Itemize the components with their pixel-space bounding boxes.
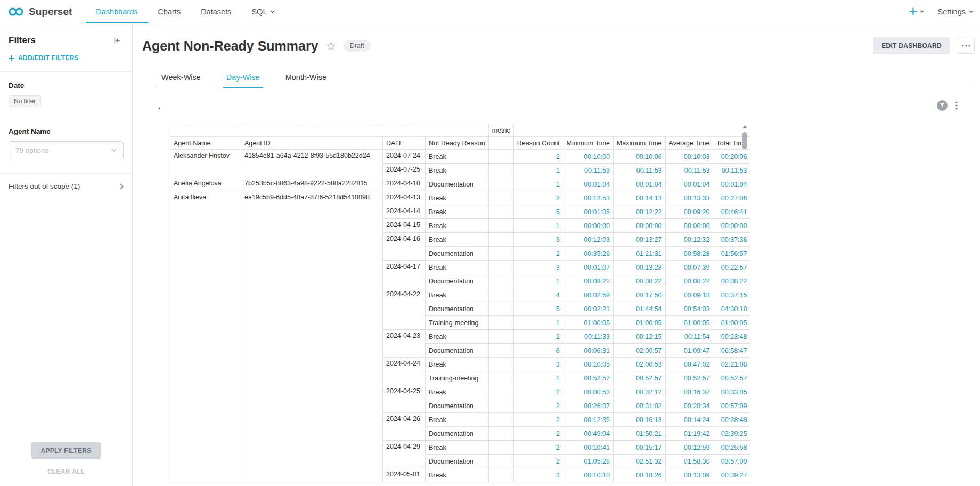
metric-value-cell[interactable]: 01:00:05: [665, 316, 713, 330]
metric-value-cell[interactable]: 00:12:15: [613, 330, 665, 344]
metric-value-cell[interactable]: 00:31:02: [613, 399, 665, 413]
metric-value-cell[interactable]: 3: [513, 358, 563, 371]
metric-value-cell[interactable]: 01:21:31: [613, 247, 665, 261]
metric-value-cell[interactable]: 00:13:27: [613, 233, 665, 247]
metric-value-cell[interactable]: 00:10:06: [613, 150, 665, 164]
metric-value-cell[interactable]: 00:49:04: [563, 427, 613, 441]
metric-value-cell[interactable]: 01:19:42: [665, 427, 713, 441]
metric-value-cell[interactable]: 00:01:05: [563, 205, 613, 219]
metric-value-cell[interactable]: 00:07:39: [665, 261, 713, 274]
nav-item-datasets[interactable]: Datasets: [191, 0, 241, 23]
table-scrollbar[interactable]: [741, 124, 748, 469]
metric-value-cell[interactable]: 00:12:32: [665, 233, 713, 247]
column-header[interactable]: DATE: [383, 137, 426, 150]
metric-value-cell[interactable]: 00:02:21: [563, 302, 613, 316]
metric-value-cell[interactable]: 5: [513, 302, 563, 316]
metric-value-cell[interactable]: 2: [513, 427, 563, 441]
metric-value-cell[interactable]: 01:00:05: [613, 316, 665, 330]
metric-value-cell[interactable]: 02:51:32: [613, 455, 665, 468]
metric-value-cell[interactable]: 3: [513, 233, 563, 247]
metric-value-cell[interactable]: 00:11:53: [665, 164, 713, 177]
metric-value-cell[interactable]: 00:10:03: [665, 150, 713, 164]
metric-value-cell[interactable]: 01:44:54: [613, 302, 665, 316]
metric-value-cell[interactable]: 2: [513, 441, 563, 455]
metric-column-header[interactable]: Reason Count: [513, 137, 563, 150]
metric-value-cell[interactable]: 00:11:53: [563, 164, 613, 177]
metric-value-cell[interactable]: 00:10:00: [563, 150, 613, 164]
metric-value-cell[interactable]: 00:52:57: [665, 371, 713, 385]
metric-value-cell[interactable]: 00:09:18: [665, 288, 713, 302]
metric-value-cell[interactable]: 00:01:04: [563, 177, 613, 191]
metric-value-cell[interactable]: 1: [513, 219, 563, 233]
chart-menu-kebab-icon[interactable]: [956, 101, 958, 110]
tab-month-wise[interactable]: Month-Wise: [285, 66, 326, 88]
metric-value-cell[interactable]: 2: [513, 385, 563, 399]
metric-column-header[interactable]: Maximum Time: [613, 137, 665, 150]
metric-column-header[interactable]: Minimum Time: [563, 137, 613, 150]
nav-item-charts[interactable]: Charts: [148, 0, 191, 23]
metric-value-cell[interactable]: 1: [513, 316, 563, 330]
metric-value-cell[interactable]: 00:00:00: [613, 219, 665, 233]
metric-value-cell[interactable]: 01:09:47: [665, 344, 713, 358]
metric-value-cell[interactable]: 2: [513, 413, 563, 427]
new-item-button[interactable]: [909, 7, 924, 15]
metric-value-cell[interactable]: 2: [513, 455, 563, 468]
metric-value-cell[interactable]: 00:32:12: [613, 385, 665, 399]
metric-value-cell[interactable]: 5: [513, 205, 563, 219]
metric-value-cell[interactable]: 00:01:04: [613, 177, 665, 191]
metric-value-cell[interactable]: 00:11:53: [613, 164, 665, 177]
metric-value-cell[interactable]: 2: [513, 191, 563, 205]
metric-value-cell[interactable]: 00:01:04: [665, 177, 713, 191]
add-edit-filters-button[interactable]: ADD/EDIT FILTERS: [0, 46, 132, 72]
metric-value-cell[interactable]: 00:08:22: [665, 274, 713, 288]
metric-value-cell[interactable]: 2: [513, 330, 563, 344]
tab-week-wise[interactable]: Week-Wise: [161, 66, 201, 88]
metric-value-cell[interactable]: 00:13:09: [665, 468, 713, 482]
metric-column-header[interactable]: Average Time: [665, 137, 713, 150]
metric-value-cell[interactable]: 3: [513, 468, 563, 482]
edit-dashboard-button[interactable]: EDIT DASHBOARD: [873, 37, 950, 54]
metric-value-cell[interactable]: 00:14:24: [665, 413, 713, 427]
apply-filters-button[interactable]: APPLY FILTERS: [31, 442, 100, 459]
column-header[interactable]: Not Ready Reason: [426, 137, 489, 150]
metric-value-cell[interactable]: 00:01:07: [563, 261, 613, 274]
metric-value-cell[interactable]: 02:00:53: [613, 358, 665, 371]
metric-value-cell[interactable]: 00:16:32: [665, 385, 713, 399]
cross-filter-badge[interactable]: [937, 100, 948, 111]
metric-value-cell[interactable]: 00:15:17: [613, 441, 665, 455]
metric-value-cell[interactable]: 00:12:03: [563, 233, 613, 247]
metric-value-cell[interactable]: 00:52:57: [613, 371, 665, 385]
metric-value-cell[interactable]: 00:10:10: [563, 468, 613, 482]
metric-value-cell[interactable]: 00:12:22: [613, 205, 665, 219]
metric-value-cell[interactable]: 00:02:59: [563, 288, 613, 302]
metric-value-cell[interactable]: 01:58:30: [665, 455, 713, 468]
metric-value-cell[interactable]: 00:00:00: [563, 219, 613, 233]
metric-value-cell[interactable]: 00:14:13: [613, 191, 665, 205]
filters-out-of-scope-toggle[interactable]: Filters out of scope (1): [0, 173, 132, 199]
metric-value-cell[interactable]: 00:17:50: [613, 288, 665, 302]
metric-value-cell[interactable]: 00:00:53: [563, 385, 613, 399]
metric-value-cell[interactable]: 00:18:26: [613, 468, 665, 482]
metric-value-cell[interactable]: 00:16:13: [613, 413, 665, 427]
metric-value-cell[interactable]: 00:35:26: [563, 247, 613, 261]
metric-value-cell[interactable]: 01:00:05: [563, 316, 613, 330]
scrollbar-thumb[interactable]: [742, 132, 747, 149]
metric-value-cell[interactable]: 1: [513, 164, 563, 177]
metric-value-cell[interactable]: 00:13:33: [665, 191, 713, 205]
metric-value-cell[interactable]: 01:50:21: [613, 427, 665, 441]
clear-all-button[interactable]: CLEAR ALL: [0, 468, 132, 475]
column-header[interactable]: Agent ID: [241, 137, 383, 150]
metric-value-cell[interactable]: 6: [513, 344, 563, 358]
metric-value-cell[interactable]: 3: [513, 261, 563, 274]
metric-value-cell[interactable]: 00:09:20: [665, 205, 713, 219]
metric-value-cell[interactable]: 00:47:02: [665, 358, 713, 371]
nav-item-dashboards[interactable]: Dashboards: [86, 0, 148, 23]
settings-menu[interactable]: Settings: [938, 7, 974, 16]
metric-value-cell[interactable]: 02:00:57: [613, 344, 665, 358]
metric-value-cell[interactable]: 01:05:28: [563, 455, 613, 468]
nav-item-sql[interactable]: SQL: [241, 0, 285, 23]
metric-value-cell[interactable]: 00:11:54: [665, 330, 713, 344]
favorite-star-icon[interactable]: [326, 41, 336, 51]
metric-value-cell[interactable]: 00:11:33: [563, 330, 613, 344]
metric-value-cell[interactable]: 1: [513, 274, 563, 288]
